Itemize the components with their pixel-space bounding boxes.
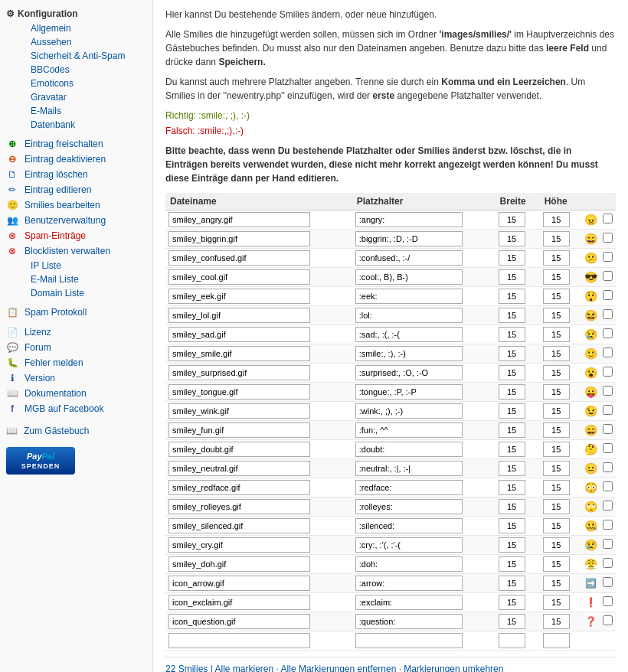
height-input[interactable] <box>543 461 570 476</box>
sidebar-action-blocklisten[interactable]: ⊗ Blocklisten verwalten <box>0 243 152 259</box>
row-checkbox[interactable] <box>603 214 613 223</box>
sidebar-action-smilies[interactable]: 🙂 Smilies bearbeiten <box>0 197 152 213</box>
sidebar-item-allgemein[interactable]: Allgemein <box>12 21 152 35</box>
width-input[interactable] <box>499 346 525 361</box>
height-input-new[interactable] <box>543 633 570 648</box>
height-input[interactable] <box>543 403 570 419</box>
width-input[interactable] <box>499 269 525 285</box>
height-input[interactable] <box>543 442 570 457</box>
placeholder-input[interactable] <box>355 518 463 533</box>
row-checkbox[interactable] <box>603 481 613 491</box>
width-input[interactable] <box>499 614 525 629</box>
width-input[interactable] <box>499 365 525 380</box>
sidebar-action-spam-protokoll[interactable]: 📋 Spam Protokoll <box>0 305 152 320</box>
row-checkbox[interactable] <box>603 596 613 606</box>
filename-input[interactable] <box>168 308 310 323</box>
placeholder-input[interactable] <box>355 231 463 246</box>
height-input[interactable] <box>543 346 570 361</box>
placeholder-input[interactable] <box>355 384 463 400</box>
height-input[interactable] <box>543 614 570 629</box>
height-input[interactable] <box>543 576 570 591</box>
row-checkbox[interactable] <box>603 252 613 262</box>
width-input[interactable] <box>499 576 525 591</box>
placeholder-input[interactable] <box>355 422 463 438</box>
placeholder-input[interactable] <box>355 461 463 476</box>
placeholder-input[interactable] <box>355 308 463 323</box>
sidebar-action-lizenz[interactable]: 📄 Lizenz <box>0 325 152 340</box>
placeholder-input[interactable] <box>355 269 463 285</box>
sidebar-item-domain-liste[interactable]: Domain Liste <box>12 286 152 300</box>
height-input[interactable] <box>543 212 570 227</box>
row-checkbox[interactable] <box>603 424 613 434</box>
row-checkbox[interactable] <box>603 290 613 300</box>
placeholder-input[interactable] <box>355 576 463 591</box>
sidebar-action-forum[interactable]: 💬 Forum <box>0 340 152 355</box>
height-input[interactable] <box>543 231 570 246</box>
sidebar-action-loeschen[interactable]: 🗋 Eintrag löschen <box>0 167 152 182</box>
sidebar-item-emoticons[interactable]: Emoticons <box>12 77 152 90</box>
sidebar-action-benutzer[interactable]: 👥 Benutzerverwaltung <box>0 213 152 228</box>
filename-input[interactable] <box>168 499 310 514</box>
width-input[interactable] <box>499 537 525 553</box>
height-input[interactable] <box>543 480 570 495</box>
filename-input[interactable] <box>168 384 310 400</box>
placeholder-input[interactable] <box>355 346 463 361</box>
placeholder-input[interactable] <box>355 403 463 419</box>
placeholder-input[interactable] <box>355 365 463 380</box>
row-checkbox[interactable] <box>603 347 613 357</box>
sidebar-action-freischalten[interactable]: ⊕ Eintrag freischalten <box>0 136 152 152</box>
row-checkbox[interactable] <box>603 577 613 587</box>
height-input[interactable] <box>543 327 570 342</box>
height-input[interactable] <box>543 422 570 438</box>
placeholder-input[interactable] <box>355 556 463 572</box>
height-input[interactable] <box>543 595 570 610</box>
placeholder-input[interactable] <box>355 595 463 610</box>
height-input[interactable] <box>543 556 570 572</box>
sidebar-action-deaktivieren[interactable]: ⊖ Eintrag deaktivieren <box>0 152 152 167</box>
sidebar-config-title[interactable]: ⚙ Konfiguration <box>0 6 152 21</box>
height-input[interactable] <box>543 537 570 553</box>
sidebar-action-dokumentation[interactable]: 📖 Dokumentation <box>0 386 152 401</box>
row-checkbox[interactable] <box>603 615 613 625</box>
row-checkbox[interactable] <box>603 405 613 415</box>
umkehren-link[interactable]: Markierungen umkehren <box>404 664 503 672</box>
sidebar-item-bbcodes[interactable]: BBCodes <box>12 63 152 77</box>
height-input[interactable] <box>543 250 570 266</box>
row-checkbox[interactable] <box>603 367 613 377</box>
placeholder-input[interactable] <box>355 212 463 227</box>
width-input-new[interactable] <box>499 633 525 648</box>
width-input[interactable] <box>499 595 525 610</box>
height-input[interactable] <box>543 518 570 533</box>
placeholder-input[interactable] <box>355 250 463 266</box>
filename-input[interactable] <box>168 365 310 380</box>
sidebar-item-gravatar[interactable]: Gravatar <box>12 90 152 104</box>
width-input[interactable] <box>499 231 525 246</box>
width-input[interactable] <box>499 289 525 304</box>
sidebar-item-aussehen[interactable]: Aussehen <box>12 35 152 49</box>
height-input[interactable] <box>543 499 570 514</box>
filename-input[interactable] <box>168 250 310 266</box>
width-input[interactable] <box>499 480 525 495</box>
placeholder-input[interactable] <box>355 480 463 495</box>
width-input[interactable] <box>499 384 525 400</box>
sidebar-action-spam[interactable]: ⊗ Spam-Einträge <box>0 228 152 243</box>
placeholder-input[interactable] <box>355 537 463 553</box>
width-input[interactable] <box>499 499 525 514</box>
width-input[interactable] <box>499 327 525 342</box>
filename-input[interactable] <box>168 518 310 533</box>
row-checkbox[interactable] <box>603 271 613 281</box>
sidebar-action-fehler[interactable]: 🐛 Fehler melden <box>0 355 152 370</box>
width-input[interactable] <box>499 442 525 457</box>
filename-input[interactable] <box>168 480 310 495</box>
height-input[interactable] <box>543 308 570 323</box>
alle-entfernen-link[interactable]: Alle Markierungen entfernen <box>281 664 397 672</box>
filename-input[interactable] <box>168 556 310 572</box>
row-checkbox[interactable] <box>603 558 613 568</box>
filename-input[interactable] <box>168 422 310 438</box>
placeholder-input[interactable] <box>355 327 463 342</box>
placeholder-input[interactable] <box>355 442 463 457</box>
width-input[interactable] <box>499 518 525 533</box>
width-input[interactable] <box>499 556 525 572</box>
filename-input[interactable] <box>168 403 310 419</box>
row-checkbox[interactable] <box>603 443 613 453</box>
